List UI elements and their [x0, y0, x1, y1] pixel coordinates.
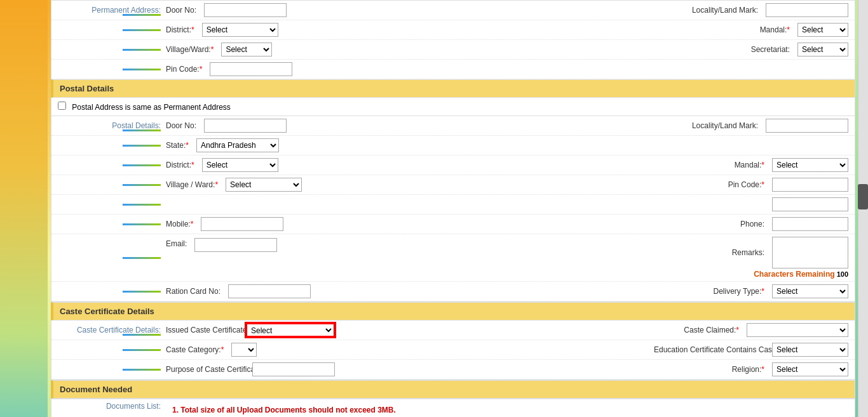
locality-input-postal[interactable] [766, 119, 848, 133]
district-select-perm[interactable]: Select [202, 23, 278, 37]
caste-category-label: Caste Category: [166, 345, 224, 354]
pin-code-input-perm[interactable] [210, 62, 292, 76]
permanent-address-label: Permanent Address: [58, 6, 166, 15]
mobile-input-postal[interactable] [201, 217, 283, 231]
purpose-caste-label: Purpose of Caste Certificate: [166, 365, 245, 374]
district-select-postal[interactable]: Select [202, 158, 278, 172]
caste-details-side-label: Caste Certificate Details: [58, 326, 166, 334]
email-label-postal: Email: [166, 237, 187, 248]
postal-same-label: Postal Address is same as Permanent Addr… [72, 103, 230, 112]
caste-claimed-label: Caste Claimed: [684, 326, 739, 334]
village-ward-select-perm[interactable]: Select [221, 43, 272, 56]
caste-category-select[interactable] [231, 343, 257, 357]
education-cert-select[interactable]: Select [772, 343, 848, 357]
door-no-input-postal[interactable] [204, 119, 287, 133]
religion-label: Religion: [732, 365, 764, 374]
village-ward-select-postal[interactable]: Select [226, 178, 302, 192]
mobile-label-postal: Mobile: [166, 220, 193, 228]
phone-input-postal[interactable] [772, 217, 848, 231]
mandal-select-postal[interactable]: Select [772, 158, 848, 172]
district-label-postal: District: [166, 161, 194, 169]
documents-list-label: Documents List: [58, 402, 166, 417]
village-ward-label-perm: Village/Ward: [166, 45, 214, 54]
locality-input-perm[interactable] [766, 3, 848, 17]
state-label-postal: State: [166, 141, 189, 150]
door-no-input-perm[interactable] [204, 3, 287, 17]
delivery-type-select-postal[interactable]: Select [772, 284, 848, 298]
education-cert-label: Education Certificate Contains Caste: [654, 345, 764, 354]
mandal-label-perm: Mandal: [760, 25, 790, 34]
postal-same-checkbox-row: Postal Address is same as Permanent Addr… [51, 98, 855, 116]
pin-code-input-postal[interactable] [772, 178, 848, 192]
extra-input-postal[interactable] [772, 197, 848, 211]
locality-label-postal: Locality/Land Mark: [692, 121, 758, 130]
district-label-perm: District: [166, 25, 194, 34]
pin-code-label-perm: Pin Code: [166, 65, 202, 74]
door-no-label-postal: Door No: [166, 121, 196, 130]
ration-card-label-postal: Ration Card No: [166, 287, 220, 296]
email-input-postal[interactable] [194, 238, 277, 252]
issued-caste-label: Issued Caste Certificate In Past: [166, 326, 238, 334]
caste-details-header: Caste Certificate Details [51, 302, 855, 321]
ration-card-input-postal[interactable] [228, 284, 311, 298]
docs-info-1: 1. Total size of all Upload Documents sh… [166, 402, 402, 417]
pin-code-label-postal: Pin Code: [728, 180, 764, 189]
state-select-postal[interactable]: Andhra Pradesh [196, 138, 279, 152]
postal-same-checkbox[interactable] [58, 102, 66, 110]
caste-claimed-select[interactable] [747, 323, 848, 337]
issued-caste-select[interactable]: Select [246, 323, 335, 337]
scrollbar-thumb[interactable] [858, 184, 868, 209]
door-no-label-perm: Door No: [166, 6, 196, 15]
village-ward-label-postal: Village / Ward: [166, 180, 218, 189]
religion-select[interactable]: Select [772, 362, 848, 376]
remarks-label-postal: Remarks: [732, 248, 764, 257]
document-needed-header: Document Needed [51, 380, 855, 399]
purpose-caste-input[interactable] [252, 362, 335, 376]
delivery-type-label-postal: Delivery Type: [714, 287, 764, 296]
char-count-value: 100 [837, 270, 848, 278]
issued-caste-select-wrapper: Select [246, 323, 335, 337]
scrollbar[interactable] [858, 0, 868, 417]
postal-details-side-label: Postal Details: [58, 121, 166, 130]
secretariat-select-perm[interactable]: Select [797, 43, 848, 56]
remarks-textarea-postal[interactable] [772, 237, 848, 268]
locality-label-perm: Locality/Land Mark: [692, 6, 758, 15]
secretariat-label-perm: Secretariat: [751, 45, 790, 54]
phone-label-postal: Phone: [740, 220, 764, 228]
left-decorative-bar [0, 0, 48, 417]
char-remaining-label: Characters Remaining [754, 270, 834, 279]
mandal-select-perm[interactable]: Select [797, 23, 848, 37]
mandal-label-postal: Mandal: [735, 161, 764, 169]
postal-details-header: Postal Details [51, 79, 855, 98]
